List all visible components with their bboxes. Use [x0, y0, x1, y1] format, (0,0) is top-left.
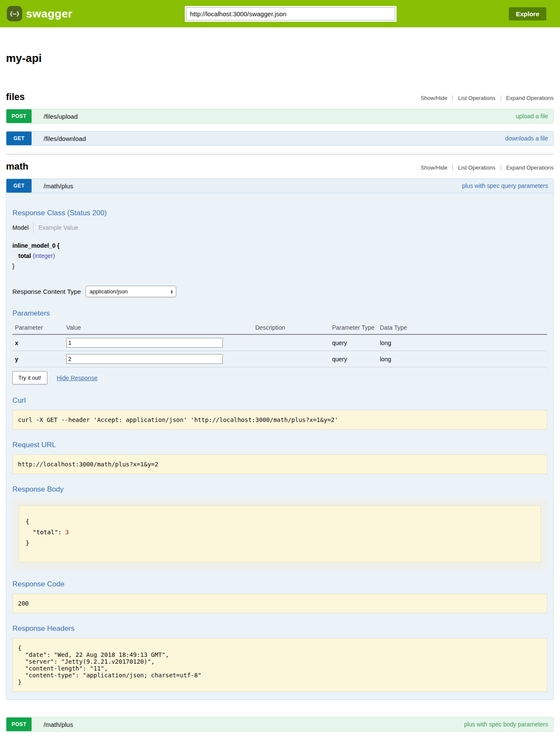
files-list-operations-link[interactable]: List Operations	[458, 95, 495, 101]
tab-separator	[33, 223, 34, 233]
method-badge-post: POST	[6, 109, 32, 123]
tab-model[interactable]: Model	[12, 224, 29, 231]
section-title-math[interactable]: math	[6, 161, 29, 172]
response-body-container: { "total": 3 }	[12, 499, 547, 569]
select-arrows-icon: ▲▼	[170, 290, 173, 294]
files-show-hide-link[interactable]: Show/Hide	[420, 95, 447, 101]
swagger-logo[interactable]: {⋯} swagger	[7, 6, 73, 21]
separator	[452, 165, 453, 171]
explore-button[interactable]: Explore	[509, 7, 546, 20]
model-prop-type: (integer)	[32, 252, 55, 259]
separator	[501, 165, 501, 171]
response-headers-json: { "date": "Wed, 22 Aug 2018 18:49:13 GMT…	[12, 638, 547, 692]
param-x-value-input[interactable]	[66, 338, 223, 348]
col-header-value: Value	[66, 322, 255, 334]
param-name: y	[12, 351, 66, 367]
col-header-data-type: Data Type	[380, 322, 547, 334]
operation-summary[interactable]: plus with spec body parameters	[464, 721, 548, 728]
response-code-value: 200	[12, 594, 547, 613]
model-signature: inline_model_0 { total (integer) }	[12, 240, 547, 271]
math-show-hide-link[interactable]: Show/Hide	[420, 164, 447, 171]
files-expand-operations-link[interactable]: Expand Operations	[506, 95, 554, 101]
try-it-out-button[interactable]: Try it out!	[12, 371, 47, 384]
page-title: my-api	[6, 52, 554, 65]
operation-detail-panel: Response Class (Status 200) Model Exampl…	[6, 193, 554, 700]
section-title-files[interactable]: files	[6, 91, 25, 102]
response-headers-heading: Response Headers	[12, 624, 547, 633]
parameters-heading: Parameters	[12, 309, 547, 318]
response-code-heading: Response Code	[12, 580, 547, 589]
response-content-type-select[interactable]: application/json ▲▼	[85, 286, 176, 297]
section-divider	[6, 154, 554, 155]
request-url-value: http://localhost:3000/math/plus?x=1&y=2	[12, 454, 547, 474]
curl-command: curl -X GET --header 'Accept: applicatio…	[12, 410, 547, 430]
json-key: "total":	[26, 529, 65, 536]
operation-summary[interactable]: downloads a file	[505, 135, 548, 142]
hide-response-link[interactable]: Hide Response	[57, 375, 98, 381]
math-list-operations-link[interactable]: List Operations	[458, 164, 495, 171]
operation-summary[interactable]: plus with spec query parameters	[462, 182, 548, 189]
param-description	[255, 334, 332, 351]
model-tabs: Model Example Value	[12, 223, 547, 233]
operation-row-files-download: GET /files/download downloads a file	[6, 131, 554, 146]
json-open-brace: {	[26, 516, 534, 527]
model-prop-name: total	[18, 252, 31, 259]
operation-path[interactable]: /math/plus	[44, 721, 73, 728]
separator	[452, 95, 453, 101]
method-badge-post: POST	[6, 718, 32, 731]
top-bar: {⋯} swagger Explore	[0, 0, 560, 27]
swagger-logo-text: swagger	[26, 7, 73, 20]
param-type: query	[332, 351, 380, 367]
operation-row-files-upload: POST /files/upload upload a file	[6, 109, 554, 123]
swagger-braces-icon: {⋯}	[7, 6, 22, 21]
response-body-heading: Response Body	[12, 485, 547, 494]
parameters-table: Parameter Value Description Parameter Ty…	[12, 322, 547, 367]
curl-heading: Curl	[12, 396, 547, 405]
param-name: x	[12, 334, 66, 351]
col-header-parameter: Parameter	[12, 322, 66, 334]
col-header-parameter-type: Parameter Type	[332, 322, 380, 334]
param-description	[255, 351, 332, 367]
method-badge-get: GET	[6, 179, 32, 193]
operation-row-math-plus-get: GET /math/plus plus with spec query para…	[6, 179, 554, 700]
param-data-type: long	[380, 334, 547, 351]
param-type: query	[332, 334, 380, 351]
param-row-x: x query long	[12, 334, 547, 351]
operation-row-math-plus-post: POST /math/plus plus with spec body para…	[6, 717, 554, 732]
model-open-line: inline_model_0 {	[12, 240, 547, 251]
tab-example-value[interactable]: Example Value	[38, 224, 78, 231]
json-close-brace: }	[26, 538, 534, 548]
separator	[501, 95, 501, 101]
math-expand-operations-link[interactable]: Expand Operations	[506, 164, 554, 171]
selected-content-type: application/json	[90, 288, 128, 295]
method-badge-get: GET	[6, 132, 32, 145]
param-y-value-input[interactable]	[66, 354, 223, 364]
col-header-description: Description	[255, 322, 332, 334]
response-class-heading: Response Class (Status 200)	[12, 193, 547, 217]
operation-path[interactable]: /math/plus	[44, 182, 73, 190]
json-number-value: 3	[65, 529, 69, 536]
param-data-type: long	[380, 351, 547, 367]
api-url-input[interactable]	[186, 7, 395, 20]
operation-path[interactable]: /files/upload	[44, 113, 78, 120]
request-url-heading: Request URL	[12, 441, 547, 449]
operation-path[interactable]: /files/download	[44, 135, 86, 142]
param-row-y: y query long	[12, 351, 547, 367]
model-close-line: }	[12, 261, 547, 271]
response-body-json: { "total": 3 }	[19, 505, 541, 562]
response-content-type-label: Response Content Type	[12, 288, 81, 295]
section-header-files: files Show/Hide List Operations Expand O…	[6, 91, 554, 102]
operation-summary[interactable]: upload a file	[516, 113, 548, 120]
section-header-math: math Show/Hide List Operations Expand Op…	[6, 161, 554, 172]
